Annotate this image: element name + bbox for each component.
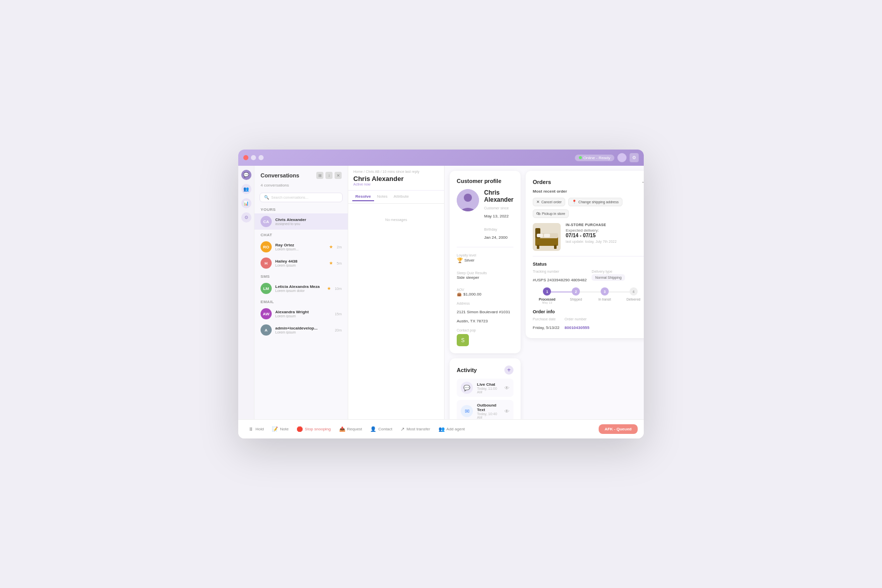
sleep-quiz-value: Side sleeper <box>457 275 487 280</box>
profile-card-title: Customer profile <box>457 178 513 184</box>
conv-avatar-alexandra: AW <box>261 308 272 319</box>
field-customer-since: Customer since May 13, 2022 <box>484 206 509 219</box>
activity-item-outbound: ✉ Outbound Text Today, 10:40 AM 👁 <box>457 400 513 419</box>
progress-container: 1 2 <box>533 287 644 304</box>
sidebar-header: Conversations ⊞ ↕ ✕ <box>254 170 348 183</box>
conv-time-leticia: 10m <box>335 287 342 290</box>
birthday-value: Jan 24, 2000 <box>484 235 507 240</box>
store-icon: 🛍 <box>536 211 540 216</box>
profile-avatar <box>457 189 479 211</box>
prog-circle-2: 2 <box>572 287 580 296</box>
profile-header: Chris Alexander Customer since May 13, 2… <box>457 189 513 247</box>
thread-sub: Active now <box>353 182 439 186</box>
settings-icon[interactable]: ⚙ <box>630 153 639 162</box>
customer-profile-card: Customer profile <box>450 171 521 353</box>
thread-empty: No messages <box>352 218 440 222</box>
send-button[interactable]: AFK - Queued <box>599 424 638 434</box>
delivery-type-value: Normal Shipping <box>592 274 625 281</box>
conv-item-alexandra[interactable]: AW Alexandra Wright Lorem ipsum 15m <box>254 306 348 322</box>
conv-preview-alexandra: Lorem ipsum <box>275 314 331 318</box>
rail-icon-settings[interactable]: ⚙ <box>241 212 251 223</box>
delivery-label: Expected delivery: <box>566 228 644 233</box>
activity-add-button[interactable]: + <box>504 365 513 375</box>
pickup-store-button[interactable]: 🛍 Pickup in store <box>533 209 569 218</box>
search-icon: 🔍 <box>264 195 269 200</box>
orders-arrow-icon[interactable]: → <box>641 178 644 186</box>
star-badge-hailey: ★ <box>329 261 333 266</box>
conv-info-chris: Chris Alexander assigned to you <box>275 217 342 226</box>
content-area: Home / Chris AB / 10 mins since last rep… <box>348 166 644 419</box>
prog-step-1: 1 <box>533 287 562 296</box>
status-title: Status <box>533 262 644 267</box>
cancel-order-button[interactable]: ✕ Cancel order <box>533 198 565 206</box>
prog-sub-1: May 13 <box>533 301 562 304</box>
note-action[interactable]: 📝 Note <box>268 424 292 434</box>
maximize-button[interactable] <box>259 155 264 160</box>
request-action[interactable]: 📤 Request <box>335 424 366 434</box>
conv-avatar-admin: A <box>261 324 272 336</box>
breadcrumb: Home / Chris AB / 10 mins since last rep… <box>353 170 439 173</box>
svg-rect-8 <box>537 245 539 249</box>
prog-label-3: In transit <box>591 298 619 304</box>
change-shipping-button[interactable]: 📍 Change shipping address <box>568 198 622 206</box>
conv-time-hailey: 5m <box>337 262 342 265</box>
order-update: last update: today, July 7th 2022 <box>566 240 644 243</box>
prog-label-text-4: Delivered <box>619 298 644 301</box>
loyalty-label: Loyalty level <box>457 253 476 257</box>
conv-item-hailey[interactable]: H Hailey 4438 Lorem ipsum ★ 5m <box>254 255 348 271</box>
delivery-dates: 07/14 - 07/15 <box>566 233 644 238</box>
conv-info-hailey: Hailey 4438 Lorem ipsum <box>275 259 325 267</box>
profile-fields: Customer since May 13, 2022 Birthday Jan… <box>484 206 513 241</box>
conv-info-alexandra: Alexandra Wright Lorem ipsum <box>275 310 331 318</box>
livechat-view-icon[interactable]: 👁 <box>504 385 509 391</box>
rail-icon-users[interactable]: 👥 <box>241 184 251 194</box>
hold-action[interactable]: ⏸ Hold <box>244 424 268 434</box>
transfer-action[interactable]: ↗ Most transfer <box>396 424 434 434</box>
close-button[interactable] <box>243 155 248 160</box>
conv-item-admin[interactable]: A admin+localdevelop... Lorem ipsum 20m <box>254 322 348 338</box>
tab-resolve[interactable]: Resolve <box>352 193 374 201</box>
filter-icon[interactable]: ⊞ <box>316 172 323 179</box>
sort-icon[interactable]: ↕ <box>325 172 333 179</box>
right-panels-area: Customer profile <box>445 166 644 419</box>
tab-notes[interactable]: Notes <box>374 193 391 201</box>
stop-snooping-action[interactable]: 🛑 Stop snooping <box>292 424 335 434</box>
add-agent-action[interactable]: 👥 Add agent <box>434 424 469 434</box>
title-bar-right: Online - Ready ⚙ <box>575 153 639 162</box>
order-number-value: 80010430555 <box>565 325 590 330</box>
profile-name: Chris Alexander <box>484 189 513 203</box>
status-fields: Tracking number #USPS 2433948290 4809482… <box>533 270 644 283</box>
shopify-button[interactable]: S <box>457 334 469 346</box>
tab-attribute[interactable]: Attribute <box>391 193 412 201</box>
field-aov: AOV 👜 $1,000.00 <box>457 288 482 297</box>
rail-icon-chat[interactable]: 💬 <box>241 170 251 180</box>
cancel-icon: ✕ <box>536 200 540 204</box>
change-shipping-label: Change shipping address <box>578 200 618 204</box>
profile-row2: Loyalty level 🏆 Silver Sleep Quiz Result… <box>457 253 513 297</box>
rail-icon-reports[interactable]: 📊 <box>241 198 251 208</box>
progress-labels: Processed May 13 Shipped In transit <box>533 298 644 304</box>
status-pill: Online - Ready <box>575 155 614 161</box>
outbound-view-icon[interactable]: 👁 <box>504 409 509 414</box>
prog-step-3: 3 <box>591 287 619 296</box>
location-icon: 📍 <box>572 200 577 204</box>
contact-action[interactable]: 👤 Contact <box>366 424 396 434</box>
conv-item-leticia[interactable]: LM Leticia Alexandra Meza Lorem ipsum do… <box>254 280 348 297</box>
address-value: 2121 Simon Boulevard #1031 Austin, TX 78… <box>457 310 510 323</box>
outbound-name: Outbound Text <box>477 403 500 412</box>
loyalty-text: Silver <box>464 258 474 263</box>
user-avatar[interactable] <box>617 153 627 162</box>
search-bar[interactable]: 🔍 Search conversations... <box>260 193 343 202</box>
svg-rect-7 <box>544 234 550 237</box>
conv-item-ray[interactable]: RO Ray Ortez Lorem ipsum... ★ 2m <box>254 239 348 255</box>
status-section: Status Tracking number #USPS 2433948290 … <box>533 262 644 304</box>
conv-avatar-ray: RO <box>261 241 272 252</box>
sidebar-title: Conversations <box>261 172 299 178</box>
thread-header: Home / Chris AB / 10 mins since last rep… <box>348 166 444 191</box>
customer-since-label: Customer since <box>484 206 509 210</box>
right-panel-col: Orders → Most recent order ✕ Cancel orde… <box>526 171 644 414</box>
delivery-type-field: Delivery type Normal Shipping <box>592 270 625 283</box>
close-sidebar-icon[interactable]: ✕ <box>335 172 342 179</box>
minimize-button[interactable] <box>251 155 256 160</box>
conv-item-chris-alexander[interactable]: CA Chris Alexander assigned to you <box>254 213 348 230</box>
